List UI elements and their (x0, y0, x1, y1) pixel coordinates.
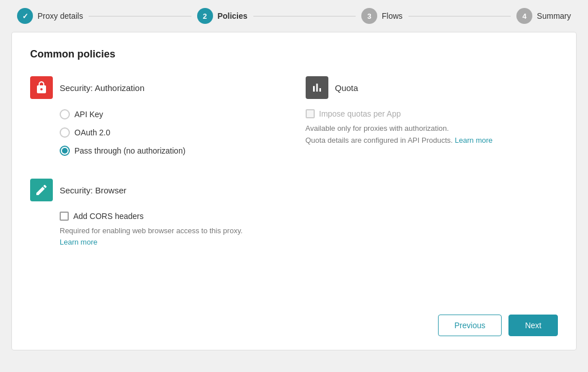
step-number-summary: 4 (522, 12, 526, 20)
previous-button[interactable]: Previous (438, 315, 502, 336)
security-browser-icon (30, 179, 53, 201)
security-auth-header: Security: Authorization (30, 76, 272, 99)
step-number-flows: 3 (367, 12, 371, 20)
stepper: ✓ Proxy details 2 Policies 3 Flows 4 Sum… (0, 0, 588, 32)
step-summary: 4 Summary (516, 8, 571, 24)
quota-description-line1: Available only for proxies with authoriz… (306, 124, 449, 133)
cors-description: Required for enabling web browser access… (60, 225, 294, 247)
api-key-radio[interactable] (60, 109, 70, 119)
step-label-policies: Policies (218, 11, 248, 20)
security-auth-icon (30, 76, 53, 99)
oauth2-label: OAuth 2.0 (74, 128, 110, 137)
security-browser-header: Security: Browser (30, 179, 294, 201)
pass-through-label: Pass through (no authorization) (74, 146, 185, 155)
quota-header: Quota (306, 76, 558, 99)
footer-buttons: Previous Next (438, 315, 558, 336)
step-circle-flows: 3 (361, 8, 377, 24)
right-column: Quota Impose quotas per App Available on… (294, 76, 558, 247)
step-label-proxy-details: Proxy details (37, 11, 83, 20)
main-card: Common policies Security: Authorization (11, 32, 577, 350)
quota-description: Available only for proxies with authoriz… (306, 123, 522, 147)
step-circle-proxy-details: ✓ (17, 8, 33, 24)
security-browser-title: Security: Browser (60, 185, 127, 195)
left-column: Security: Authorization API Key OAuth 2.… (30, 76, 294, 247)
step-label-summary: Summary (537, 11, 571, 20)
auth-radio-group: API Key OAuth 2.0 Pass through (no autho… (60, 109, 272, 156)
cors-learn-more-link[interactable]: Learn more (60, 238, 97, 246)
pass-through-option[interactable]: Pass through (no authorization) (60, 146, 272, 156)
step-policies: 2 Policies (197, 8, 248, 24)
card-title: Common policies (30, 48, 558, 60)
step-connector-3 (408, 16, 511, 16)
lock-icon (35, 81, 48, 94)
step-flows: 3 Flows (361, 8, 403, 24)
step-circle-summary: 4 (516, 8, 532, 24)
step-connector-1 (89, 16, 191, 16)
step-connector-2 (253, 16, 356, 16)
policies-grid: Security: Authorization API Key OAuth 2.… (30, 76, 558, 247)
step-circle-policies: 2 (197, 8, 213, 24)
pass-through-radio[interactable] (60, 146, 70, 156)
step-label-flows: Flows (382, 11, 403, 20)
quota-checkbox-row: Impose quotas per App (306, 109, 558, 118)
step-number-policies: 2 (203, 12, 207, 20)
checkmark-icon: ✓ (22, 12, 28, 20)
cors-checkbox-option[interactable]: Add CORS headers (60, 212, 294, 221)
security-auth-title: Security: Authorization (60, 83, 144, 93)
cors-description-text: Required for enabling web browser access… (60, 226, 243, 235)
bar-chart-icon (310, 81, 324, 94)
oauth2-option[interactable]: OAuth 2.0 (60, 127, 272, 138)
quota-description-line2: Quota details are configured in API Prod… (306, 136, 453, 144)
security-browser-section: Security: Browser Add CORS headers Requi… (30, 179, 294, 247)
api-key-label: API Key (74, 110, 103, 119)
quota-icon (306, 76, 328, 99)
api-key-option[interactable]: API Key (60, 109, 272, 119)
quota-checkbox (306, 109, 315, 118)
oauth2-radio[interactable] (60, 127, 70, 138)
radio-selected-dot (62, 148, 68, 154)
cors-checkbox[interactable] (60, 212, 69, 221)
quota-learn-more-link[interactable]: Learn more (455, 136, 493, 144)
cors-checkbox-label: Add CORS headers (73, 212, 144, 221)
step-proxy-details: ✓ Proxy details (17, 8, 83, 24)
pencil-icon (35, 183, 48, 197)
quota-title: Quota (335, 83, 358, 93)
next-button[interactable]: Next (508, 315, 558, 336)
quota-checkbox-label: Impose quotas per App (319, 109, 401, 118)
security-auth-section: Security: Authorization API Key OAuth 2.… (30, 76, 294, 156)
